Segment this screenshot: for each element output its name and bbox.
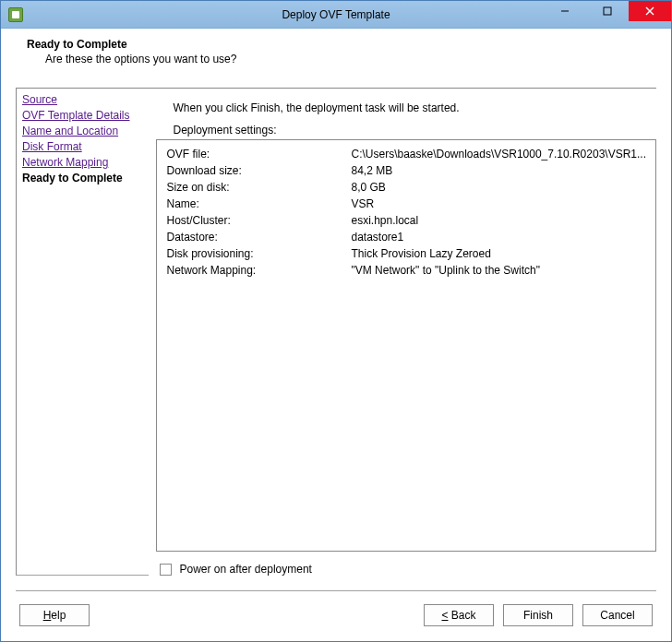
setting-value: Thick Provision Lazy Zeroed bbox=[351, 245, 646, 262]
maximize-icon bbox=[603, 6, 612, 16]
minimize-button[interactable] bbox=[544, 1, 586, 21]
sidebar-item-name-location[interactable]: Name and Location bbox=[20, 124, 145, 139]
setting-key: Host/Cluster: bbox=[166, 212, 351, 229]
power-on-label: Power on after deployment bbox=[179, 563, 311, 576]
sidebar-item-network-mapping[interactable]: Network Mapping bbox=[20, 155, 145, 171]
close-icon bbox=[645, 6, 654, 16]
titlebar: Deploy OVF Template bbox=[1, 1, 671, 29]
back-button[interactable]: < Back bbox=[424, 604, 494, 626]
setting-key: Datastore: bbox=[166, 229, 351, 245]
setting-key: Size on disk: bbox=[166, 179, 351, 196]
cancel-button[interactable]: Cancel bbox=[582, 604, 653, 626]
power-on-checkbox[interactable] bbox=[160, 564, 172, 576]
setting-key: Network Mapping: bbox=[166, 262, 351, 279]
content-area: Ready to Complete Are these the options … bbox=[1, 29, 671, 641]
page-subtitle: Are these the options you want to use? bbox=[45, 53, 656, 65]
main-area: Source OVF Template Details Name and Loc… bbox=[1, 88, 671, 576]
setting-host-cluster: Host/Cluster: esxi.hpn.local bbox=[166, 212, 646, 229]
setting-key: Name: bbox=[166, 196, 351, 212]
setting-key: Disk provisioning: bbox=[166, 245, 351, 262]
setting-value: 8,0 GB bbox=[351, 179, 646, 196]
intro-text: When you click Finish, the deployment ta… bbox=[149, 89, 656, 124]
wizard-sidebar: Source OVF Template Details Name and Loc… bbox=[16, 88, 149, 576]
settings-heading: Deployment settings: bbox=[149, 124, 656, 137]
page-title: Ready to Complete bbox=[27, 38, 656, 51]
setting-key: Download size: bbox=[166, 162, 351, 179]
finish-button[interactable]: Finish bbox=[503, 604, 573, 626]
sidebar-item-disk-format[interactable]: Disk Format bbox=[20, 139, 145, 155]
window-controls bbox=[544, 1, 671, 21]
close-button[interactable] bbox=[629, 1, 671, 21]
setting-network-mapping: Network Mapping: "VM Network" to "Uplink… bbox=[166, 262, 646, 279]
help-button[interactable]: Help bbox=[19, 604, 90, 626]
setting-value: C:\Users\baaske\Downloads\VSR1000_7.10.R… bbox=[351, 146, 646, 162]
power-on-checkbox-row: Power on after deployment bbox=[160, 563, 656, 576]
setting-ovf-file: OVF file: C:\Users\baaske\Downloads\VSR1… bbox=[166, 146, 646, 162]
maximize-button[interactable] bbox=[586, 1, 629, 21]
setting-value: "VM Network" to "Uplink to the Switch" bbox=[351, 262, 646, 279]
sidebar-item-source[interactable]: Source bbox=[20, 92, 145, 108]
setting-value: datastore1 bbox=[351, 229, 646, 245]
setting-download-size: Download size: 84,2 MB bbox=[166, 162, 646, 179]
setting-name: Name: VSR bbox=[166, 196, 646, 212]
setting-value: VSR bbox=[351, 196, 646, 212]
setting-disk-provisioning: Disk provisioning: Thick Provision Lazy … bbox=[166, 245, 646, 262]
setting-value: esxi.hpn.local bbox=[351, 212, 646, 229]
setting-size-on-disk: Size on disk: 8,0 GB bbox=[166, 179, 646, 196]
sidebar-item-ready: Ready to Complete bbox=[20, 171, 145, 186]
deploy-ovf-window: Deploy OVF Template Ready to Complete Ar… bbox=[0, 0, 672, 642]
setting-datastore: Datastore: datastore1 bbox=[166, 229, 646, 245]
page-header: Ready to Complete Are these the options … bbox=[1, 29, 671, 88]
button-bar: Help < Back Finish Cancel bbox=[1, 591, 671, 641]
deployment-settings: OVF file: C:\Users\baaske\Downloads\VSR1… bbox=[156, 139, 656, 552]
content-panel: When you click Finish, the deployment ta… bbox=[149, 88, 656, 576]
svg-rect-1 bbox=[604, 7, 611, 15]
minimize-icon bbox=[560, 6, 570, 16]
sidebar-item-ovf-details[interactable]: OVF Template Details bbox=[20, 108, 145, 124]
setting-key: OVF file: bbox=[166, 146, 351, 162]
setting-value: 84,2 MB bbox=[351, 162, 646, 179]
